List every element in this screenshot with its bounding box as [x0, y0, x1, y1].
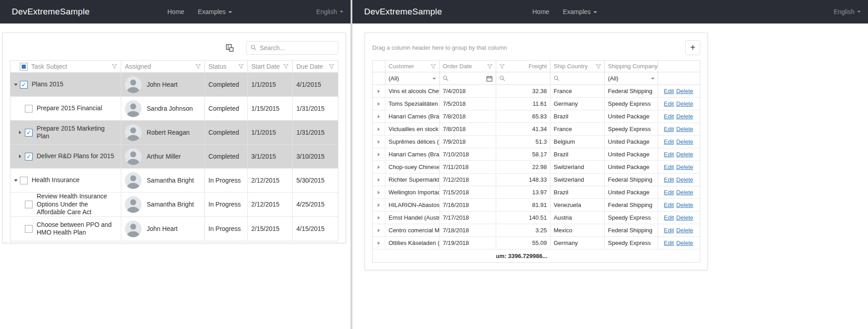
expand-icon[interactable]: [378, 241, 380, 245]
table-row[interactable]: Review Health Insurance Options Under th…: [10, 193, 338, 217]
table-row[interactable]: Vins et alcools Chev... 7/4/2018 32.38 F…: [373, 85, 700, 98]
table-row[interactable]: Victuailles en stock (... 7/8/2018 41.34…: [373, 123, 700, 136]
delete-link[interactable]: Delete: [676, 113, 693, 120]
edit-link[interactable]: Edit: [664, 138, 674, 145]
filter-icon[interactable]: [596, 64, 601, 69]
expand-cell[interactable]: [373, 199, 385, 211]
filter-icon[interactable]: [112, 64, 117, 69]
filter-icon[interactable]: [499, 64, 505, 69]
delete-link[interactable]: Delete: [676, 227, 693, 234]
edit-link[interactable]: Edit: [664, 189, 674, 196]
expand-cell[interactable]: [373, 186, 385, 198]
nav-home[interactable]: Home: [167, 8, 184, 15]
edit-link[interactable]: Edit: [664, 151, 674, 158]
table-row[interactable]: Health Insurance Samantha Bright In Prog…: [10, 169, 338, 193]
shipping-company-filter-select[interactable]: (All): [605, 72, 658, 85]
expand-cell[interactable]: [373, 174, 385, 186]
table-row[interactable]: Choose between PPO and HMO Health Plan J…: [10, 217, 338, 241]
column-chooser-button[interactable]: [222, 40, 237, 55]
table-row[interactable]: Deliver R&D Plans for 2015 Arthur Miller…: [10, 145, 338, 169]
nav-examples[interactable]: Examples: [198, 8, 232, 15]
edit-link[interactable]: Edit: [664, 240, 674, 246]
expand-icon[interactable]: [378, 140, 380, 144]
select-all-checkbox[interactable]: [20, 63, 28, 70]
calendar-icon[interactable]: [486, 75, 493, 82]
row-checkbox[interactable]: [20, 81, 28, 89]
table-row[interactable]: Prepare 2015 Financial Sandra Johnson Co…: [10, 97, 338, 121]
order-date-filter[interactable]: [440, 72, 496, 85]
expand-icon[interactable]: [378, 229, 380, 232]
table-row[interactable]: Suprêmes délices (B... 7/9/2018 51.3 Bel…: [373, 136, 700, 148]
expand-icon[interactable]: [14, 179, 20, 182]
freight-filter[interactable]: [496, 72, 550, 85]
column-header-shipping-company[interactable]: Shipping Company: [605, 61, 658, 72]
table-row[interactable]: Ernst Handel (Austri... 7/17/2018 140.51…: [373, 212, 700, 224]
table-row[interactable]: Centro comercial M... 7/18/2018 3.25 Mex…: [373, 224, 700, 237]
search-input[interactable]: [246, 41, 338, 55]
edit-link[interactable]: Edit: [664, 214, 674, 221]
delete-link[interactable]: Delete: [676, 214, 693, 221]
expand-cell[interactable]: [373, 148, 385, 160]
delete-link[interactable]: Delete: [676, 126, 693, 132]
expand-icon[interactable]: [19, 131, 25, 134]
row-checkbox[interactable]: [25, 201, 33, 208]
expand-cell[interactable]: [373, 110, 385, 122]
edit-link[interactable]: Edit: [664, 113, 674, 120]
edit-link[interactable]: Edit: [664, 88, 674, 94]
filter-icon[interactable]: [283, 64, 289, 69]
row-checkbox[interactable]: [20, 177, 28, 184]
table-row[interactable]: Prepare 2015 Marketing Plan Robert Reaga…: [10, 121, 338, 145]
column-header-freight[interactable]: Freight: [496, 61, 550, 72]
expand-icon[interactable]: [378, 191, 380, 194]
customer-filter-select[interactable]: (All): [385, 72, 440, 85]
table-row[interactable]: Richter Supermarkt (... 7/12/2018 148.33…: [373, 174, 700, 186]
row-checkbox[interactable]: [25, 153, 33, 160]
edit-link[interactable]: Edit: [664, 176, 674, 183]
language-selector[interactable]: English: [834, 0, 861, 24]
expand-icon[interactable]: [378, 127, 380, 131]
edit-link[interactable]: Edit: [664, 164, 674, 170]
group-panel[interactable]: Drag a column header here to group by th…: [372, 44, 507, 51]
row-checkbox[interactable]: [25, 129, 33, 136]
expand-icon[interactable]: [378, 216, 380, 220]
add-row-button[interactable]: +: [685, 40, 700, 55]
delete-link[interactable]: Delete: [676, 240, 693, 246]
ship-country-filter[interactable]: [550, 72, 605, 85]
filter-icon[interactable]: [431, 64, 436, 69]
delete-link[interactable]: Delete: [676, 176, 693, 183]
column-header-customer[interactable]: Customer: [385, 61, 440, 72]
table-row[interactable]: Ottilies Käseladen (G... 7/19/2018 55.09…: [373, 237, 700, 249]
expand-icon[interactable]: [378, 89, 380, 93]
expand-icon[interactable]: [378, 102, 380, 106]
edit-link[interactable]: Edit: [664, 126, 674, 132]
column-header-status[interactable]: Status: [205, 61, 248, 72]
expand-icon[interactable]: [378, 203, 380, 207]
expand-cell[interactable]: [373, 212, 385, 224]
expand-icon[interactable]: [378, 115, 380, 118]
column-header-assigned[interactable]: Assigned: [121, 61, 204, 72]
expand-icon[interactable]: [14, 84, 20, 86]
delete-link[interactable]: Delete: [676, 151, 693, 158]
edit-link[interactable]: Edit: [664, 227, 674, 234]
table-row[interactable]: Plans 2015 John Heart Completed 1/1/2015…: [10, 73, 338, 97]
table-row[interactable]: Toms Spezialitäten (... 7/5/2018 11.61 G…: [373, 98, 700, 110]
delete-link[interactable]: Delete: [676, 100, 693, 107]
expand-icon[interactable]: [378, 178, 380, 182]
expand-cell[interactable]: [373, 85, 385, 97]
expand-cell[interactable]: [373, 224, 385, 236]
table-row[interactable]: Wellington Importad... 7/15/2018 13.97 B…: [373, 186, 700, 199]
expand-cell[interactable]: [373, 237, 385, 249]
expand-cell[interactable]: [373, 123, 385, 135]
table-row[interactable]: Hanari Carnes (Brazil... 7/10/2018 58.17…: [373, 148, 700, 161]
column-header-start-date[interactable]: Start Date: [248, 61, 293, 72]
delete-link[interactable]: Delete: [676, 164, 693, 170]
column-header-ship-country[interactable]: Ship Country: [550, 61, 605, 72]
row-checkbox[interactable]: [25, 225, 33, 233]
expand-cell[interactable]: [373, 98, 385, 110]
nav-examples[interactable]: Examples: [563, 8, 597, 15]
expand-cell[interactable]: [373, 136, 385, 148]
column-header-due-date[interactable]: Due Date: [293, 61, 338, 72]
filter-icon[interactable]: [487, 64, 493, 69]
language-selector[interactable]: English: [316, 0, 343, 24]
edit-link[interactable]: Edit: [664, 100, 674, 107]
